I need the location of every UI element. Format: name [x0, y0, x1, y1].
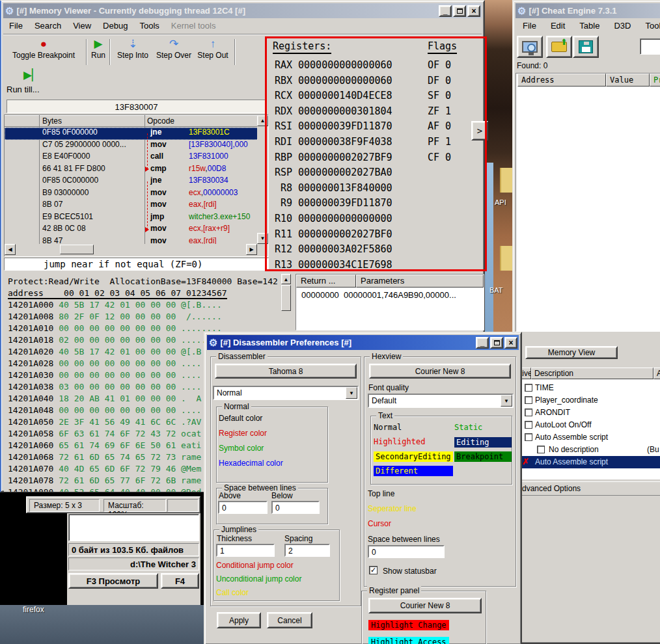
sample-static[interactable]: Static [454, 423, 482, 432]
process-field[interactable] [640, 38, 660, 55]
cheat-engine-titlebar[interactable]: ⚙ [#] Cheat Engine 7.3.1 [516, 3, 660, 18]
step-over-button[interactable]: ↷Step Over [154, 38, 194, 60]
memory-view-button[interactable]: Memory View [525, 346, 618, 359]
desktop-icon-api[interactable]: API [495, 198, 506, 206]
show-statusbar-checkbox[interactable]: ✓ [369, 566, 378, 574]
menu-item-file[interactable]: File [516, 19, 543, 34]
disasm-font-button[interactable]: Tahoma 8 [215, 364, 357, 379]
active-checkbox[interactable] [525, 384, 532, 392]
stack-panel[interactable]: Return ... Parameters 00000000 00000001,… [296, 274, 484, 330]
preferences-titlebar[interactable]: ⚙ [#] Disassembler Preferences [#] _ × [207, 335, 519, 350]
sample-breakpoint[interactable]: Breakpoint [454, 451, 512, 462]
table-row[interactable]: ARONDIT [514, 407, 660, 419]
col-bytes[interactable]: Bytes [42, 116, 62, 126]
sample-highlighted[interactable]: Highlighted [374, 437, 425, 446]
active-checkbox[interactable] [525, 396, 532, 404]
color-option-symbol-color[interactable]: Symbol color [219, 444, 264, 453]
maximize-button[interactable] [490, 337, 503, 349]
disasm-header[interactable]: Bytes Opcode [5, 115, 268, 127]
app-gear-icon[interactable]: ⚙ [517, 6, 526, 16]
menu-item-tools[interactable]: Tools [638, 19, 660, 34]
table-row[interactable]: ✗Auto Assemble script [514, 456, 660, 468]
disasm-row[interactable]: 42 8B 0C 08movecx,[rax+r9] [5, 224, 258, 236]
current-path[interactable]: d:\The Witcher 3 [68, 557, 199, 570]
select-process-button[interactable] [517, 36, 543, 58]
sample-highlight-change[interactable]: Highlight Change [368, 620, 449, 630]
edit-button[interactable]: F4 [161, 573, 199, 589]
color-option-conditional-jump-color[interactable]: Conditional jump color [216, 561, 294, 570]
found-list[interactable]: AddressValuePr. [516, 73, 660, 332]
scroll-up-icon[interactable]: ▲ [281, 274, 291, 284]
table-row[interactable]: Auto Assemble script [514, 431, 660, 444]
cheat-table[interactable]: ActiveDescriptionAdd TIMEPlayer_coordina… [514, 368, 660, 479]
cancel-button[interactable]: Cancel [267, 612, 312, 628]
disasm-mode-select[interactable]: Normal ▼ [213, 386, 359, 400]
maximize-button[interactable] [453, 5, 466, 17]
menu-item-d3d[interactable]: D3D [607, 19, 638, 34]
active-checkbox[interactable] [525, 409, 532, 416]
disasm-row[interactable]: 0F85 0F000000jne13F83001C [5, 127, 258, 140]
sample-highlight-access[interactable]: Highlight Access [368, 637, 449, 644]
sample-editing[interactable]: Editing [454, 437, 512, 448]
disasm-row[interactable]: 8B 07moveax,[rdi] [5, 200, 258, 212]
below-input[interactable]: 0 [271, 501, 320, 514]
menu-item-table[interactable]: Table [572, 19, 607, 34]
step-into-button[interactable]: ⇣Step Into [113, 38, 152, 60]
chevron-down-icon[interactable]: ▼ [346, 387, 357, 399]
apply-button[interactable]: Apply [217, 612, 261, 628]
run-till-button[interactable]: ▶▏ [19, 69, 45, 82]
active-x-icon[interactable]: ✗ [522, 457, 529, 466]
menu-item-search[interactable]: Search [29, 19, 67, 34]
thickness-input[interactable]: 1 [216, 544, 275, 557]
active-checkbox[interactable] [525, 433, 532, 441]
close-button[interactable]: × [504, 337, 517, 349]
color-option-unconditional-jump-color[interactable]: Unconditional jump color [216, 574, 301, 584]
stack-row[interactable]: 00000000 00000001,746A9B90,00000... [301, 290, 456, 300]
disasm-horizontal-scrollbar[interactable]: ◀ ▶ [5, 244, 257, 256]
spacing-input[interactable]: 2 [284, 544, 330, 557]
disassembler-view[interactable]: Bytes Opcode 0F85 0F000000jne13F83001CC7… [4, 114, 269, 257]
hexview-font-button[interactable]: Courier New 8 [369, 364, 511, 379]
chevron-down-icon[interactable]: ▼ [501, 395, 512, 407]
found-col-address[interactable]: Address [517, 74, 606, 87]
font-quality-select[interactable]: Default ▼ [368, 394, 514, 408]
toggle-breakpoint-button[interactable]: ●Toggle Breakpoint [5, 38, 83, 60]
advanced-options-bar[interactable]: Advanced Options [514, 481, 660, 496]
menu-item-tools[interactable]: Tools [133, 19, 165, 34]
col-return[interactable]: Return ... [296, 275, 356, 288]
scroll-right-icon[interactable]: ▶ [246, 244, 257, 255]
active-checkbox[interactable] [537, 446, 545, 453]
color-option-call-color[interactable]: Call color [216, 588, 249, 597]
table-row[interactable]: No description(Bu [514, 444, 660, 456]
disasm-row[interactable]: 66 41 81 FF D800cmpr15w,00D8 [5, 164, 258, 176]
option-cursor[interactable]: Cursor [368, 519, 391, 528]
hexview-space-input[interactable]: 0 [368, 545, 445, 558]
color-option-register-color[interactable]: Register color [219, 429, 267, 438]
found-col-pr[interactable]: Pr. [650, 74, 660, 87]
disasm-row[interactable]: C7 05 29000000 0000...mov[13F830040],000 [5, 140, 258, 152]
register-font-button[interactable]: Courier New 8 [368, 598, 482, 613]
open-table-button[interactable] [546, 36, 572, 58]
app-gear-icon[interactable]: ⚙ [5, 6, 14, 16]
step-out-button[interactable]: ↑Step Out [194, 38, 232, 60]
option-seperator-line[interactable]: Seperator line [368, 504, 417, 513]
memory-viewer-titlebar[interactable]: ⚙ [#] Memory Viewer - Currently debuggin… [3, 3, 482, 18]
scroll-left-icon[interactable]: ◀ [5, 244, 16, 255]
vscroll-thumb[interactable] [281, 285, 291, 311]
above-input[interactable]: 0 [218, 501, 268, 514]
menu-item-view[interactable]: View [67, 19, 97, 34]
run-button[interactable]: ▶Run [85, 38, 111, 60]
hex-row[interactable]: 14201A008 80 2F 0F 12 00 00 00 00 /.....… [8, 312, 293, 323]
disasm-row[interactable]: E9 BCEC5101jmpwitcher3.exe+150 [5, 212, 258, 224]
sample-secondaryediting[interactable]: SecondaryEditing [374, 451, 453, 462]
table-row[interactable]: AutoLoot On/Off [514, 419, 660, 431]
option-top-line[interactable]: Top line [368, 489, 394, 498]
save-table-button[interactable] [573, 36, 599, 58]
disasm-row[interactable]: E8 E40F0000call13F831000 [5, 152, 258, 164]
view-button[interactable]: F3 Просмотр [68, 573, 158, 589]
table-row[interactable]: TIME [514, 382, 660, 394]
hscroll-thumb[interactable] [60, 245, 94, 254]
menu-item-file[interactable]: File [3, 19, 29, 34]
table-row[interactable]: Player_coordinate [514, 394, 660, 407]
address-bar[interactable]: 13F830007 [7, 100, 266, 113]
